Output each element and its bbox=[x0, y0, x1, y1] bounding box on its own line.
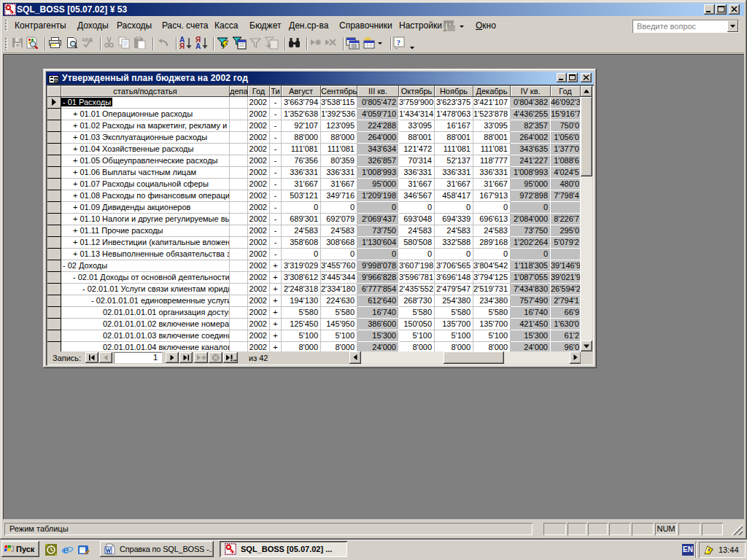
svg-text:?: ? bbox=[397, 38, 401, 47]
svg-text:А: А bbox=[196, 42, 201, 50]
svg-text:e: e bbox=[63, 544, 69, 556]
svg-text:Я: Я bbox=[179, 42, 185, 50]
